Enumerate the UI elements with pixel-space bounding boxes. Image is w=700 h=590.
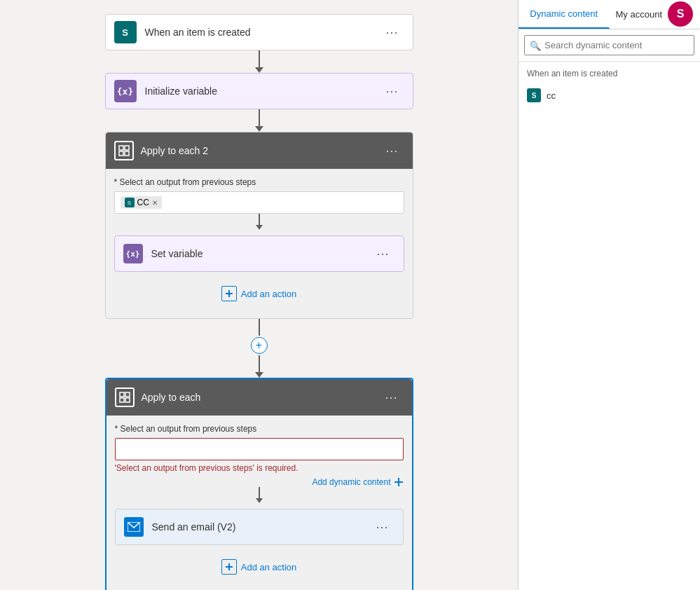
loop2-add-dynamic-label: Add dynamic content	[312, 477, 390, 487]
search-input[interactable]	[524, 35, 694, 55]
loop1-token-input[interactable]: S CC ✕	[114, 191, 404, 214]
flow-container: S When an item is created ··· {x} Initia…	[0, 0, 518, 590]
connector-arrow-1	[255, 67, 263, 73]
loop1-more-button[interactable]: ···	[380, 141, 404, 161]
set-variable-icon: {x}	[123, 244, 143, 263]
account-avatar[interactable]: S	[668, 1, 693, 27]
loop1-body: * Select an output from previous steps S…	[106, 169, 413, 318]
right-panel: Dynamic content Expression 🔍 When an ite…	[518, 0, 700, 590]
step2-more-button[interactable]: ···	[380, 81, 404, 102]
connector-line-3	[259, 319, 260, 336]
send-email-title: Send an email (V2)	[152, 521, 371, 533]
step-initialize-variable[interactable]: {x} Initialize variable ···	[105, 73, 413, 109]
svg-rect-2	[119, 151, 123, 156]
loop2-add-action-icon	[221, 559, 237, 575]
svg-rect-0	[119, 146, 123, 150]
svg-rect-8	[120, 398, 124, 402]
search-wrapper: 🔍	[524, 35, 694, 55]
loop-apply-each-2: Apply to each 2 ··· * Select an output f…	[105, 132, 413, 319]
step1-icon: S	[114, 21, 137, 43]
loop2-icon	[115, 387, 135, 407]
connector-arrow-2	[255, 126, 263, 132]
loop2-error-text: 'Select an output from previous steps' i…	[115, 463, 404, 473]
loop2-header[interactable]: Apply to each ···	[107, 379, 412, 416]
step2-title: Initialize variable	[145, 85, 380, 97]
loop1-icon	[114, 141, 134, 160]
send-email-icon	[124, 517, 144, 537]
connector-plus-button[interactable]: +	[251, 337, 268, 354]
tab-dynamic-content[interactable]: Dynamic content	[519, 0, 610, 29]
connector-1	[255, 50, 263, 73]
svg-rect-7	[125, 392, 130, 397]
svg-rect-1	[125, 146, 129, 150]
account-area: My account S	[609, 0, 700, 28]
loop-apply-each: Apply to each ··· * Select an output fro…	[105, 378, 413, 590]
loop2-body: * Select an output from previous steps '…	[107, 416, 412, 590]
svg-rect-3	[125, 151, 129, 156]
loop1-select-label: * Select an output from previous steps	[114, 177, 404, 187]
loop1-add-action-label: Add an action	[241, 289, 297, 299]
search-icon: 🔍	[530, 40, 541, 50]
loop1-inner-connector	[114, 214, 404, 230]
loop1-header[interactable]: Apply to each 2 ···	[106, 132, 413, 169]
loop2-inner-connector	[115, 487, 404, 503]
loop1-token-icon: S	[125, 198, 135, 207]
loop2-more-button[interactable]: ···	[379, 387, 403, 408]
connector-line-4	[259, 355, 260, 372]
loop1-title: Apply to each 2	[141, 145, 380, 156]
connector-line-2	[259, 109, 260, 126]
loop2-add-dynamic-btn[interactable]: Add dynamic content	[312, 477, 403, 487]
loop2-add-action-label: Add an action	[241, 562, 297, 572]
svg-rect-9	[125, 398, 130, 402]
loop2-add-action-btn[interactable]: Add an action	[219, 554, 300, 580]
svg-rect-11	[394, 481, 403, 483]
loop2-title: Apply to each	[142, 392, 380, 403]
loop1-token-remove[interactable]: ✕	[152, 199, 158, 207]
connector-plus-area: +	[251, 319, 268, 378]
panel-item-icon: S	[527, 88, 541, 102]
set-variable-more[interactable]: ···	[371, 244, 394, 264]
step-set-variable[interactable]: {x} Set variable ···	[114, 235, 404, 272]
main-canvas: S When an item is created ··· {x} Initia…	[0, 0, 518, 590]
panel-search: 🔍	[519, 29, 700, 62]
svg-rect-6	[120, 392, 124, 397]
step1-title: When an item is created	[145, 27, 380, 38]
panel-section-header: When an item is created	[519, 62, 700, 83]
step-when-item-created[interactable]: S When an item is created ···	[105, 14, 413, 50]
step2-icon: {x}	[114, 80, 137, 102]
step-send-email[interactable]: Send an email (V2) ···	[115, 509, 404, 545]
panel-item-label: cc	[547, 90, 556, 101]
panel-item-cc[interactable]: S cc	[519, 83, 700, 108]
loop1-token: S CC ✕	[121, 196, 162, 209]
loop1-token-text: CC	[137, 198, 149, 207]
svg-rect-5	[226, 293, 233, 294]
connector-arrow-3	[255, 372, 263, 378]
account-label: My account	[616, 9, 662, 20]
add-dynamic-icon	[394, 477, 404, 487]
connector-2	[255, 109, 263, 132]
loop1-add-action-icon	[221, 286, 237, 301]
loop2-dynamic-content-area: Add dynamic content	[115, 477, 404, 487]
step1-more-button[interactable]: ···	[380, 22, 404, 43]
send-email-more[interactable]: ···	[370, 517, 394, 537]
set-variable-title: Set variable	[151, 248, 371, 259]
connector-line-1	[259, 50, 260, 67]
loop2-select-label: * Select an output from previous steps	[115, 424, 404, 434]
loop1-add-action-btn[interactable]: Add an action	[219, 280, 300, 307]
svg-rect-14	[226, 566, 233, 568]
loop2-token-input[interactable]	[115, 438, 404, 460]
